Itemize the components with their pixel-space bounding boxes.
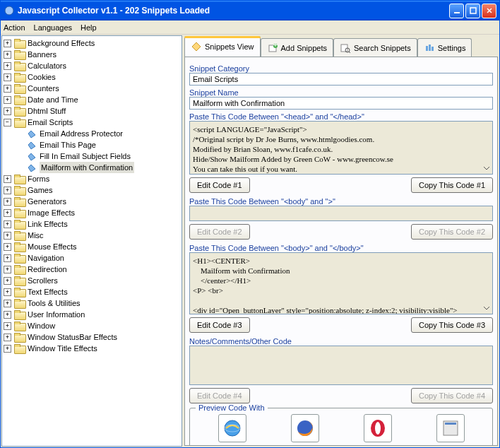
expand-icon[interactable]: + [4, 254, 11, 262]
menu-action[interactable]: Action [4, 23, 25, 32]
expand-icon[interactable]: + [4, 345, 11, 353]
expand-icon[interactable]: + [4, 209, 11, 217]
tree-label: Email Address Protector [40, 128, 123, 139]
tree-item[interactable]: +Cookies [4, 71, 180, 83]
menu-languages[interactable]: Languages [34, 23, 72, 32]
expand-icon[interactable]: + [4, 73, 11, 81]
expand-icon[interactable]: + [4, 243, 11, 251]
code3-buttons: Edit Code #3 Copy This Code #3 [189, 317, 493, 333]
category-field[interactable]: Email Scripts [189, 73, 493, 86]
expand-icon[interactable]: + [4, 266, 11, 273]
tab-settings[interactable]: Settings [417, 38, 472, 57]
tree-label: Mailform with Confirmation [40, 162, 134, 173]
code3-box[interactable]: <H1><CENTER> Mailform with Confirmation … [189, 252, 493, 314]
tree-item[interactable]: +Games [4, 184, 180, 196]
expand-icon[interactable]: + [4, 300, 11, 307]
category-tree[interactable]: +Background Effects+Banners+Calculators+… [1, 35, 182, 447]
tree-item[interactable]: +Forms [4, 173, 180, 184]
tree-item[interactable]: +Scrollers [4, 275, 180, 286]
expand-icon[interactable]: + [4, 232, 11, 240]
tree-item[interactable]: +Image Effects [4, 207, 180, 218]
tree-label: Counters [28, 83, 59, 94]
tree-leaf[interactable]: Mailform with Confirmation [4, 162, 180, 173]
tree-item[interactable]: +Calculators [4, 60, 180, 71]
preview-generic-button[interactable] [436, 414, 465, 442]
tree-item[interactable]: +Background Effects [4, 37, 180, 49]
edit-code-1-button[interactable]: Edit Code #1 [189, 177, 250, 193]
expand-icon[interactable]: + [4, 277, 11, 285]
folder-icon [14, 95, 25, 104]
edit-code-2-button[interactable]: Edit Code #2 [189, 224, 250, 240]
tree-label: Window [28, 320, 55, 331]
expand-icon[interactable]: + [4, 175, 11, 183]
preview-ie-button[interactable] [218, 414, 246, 442]
expand-icon[interactable]: + [4, 107, 11, 115]
minimize-button[interactable] [449, 4, 464, 18]
preview-opera-button[interactable] [364, 414, 392, 442]
expand-icon[interactable]: + [4, 187, 11, 194]
tree-label: Mouse Effects [28, 241, 77, 252]
name-field[interactable]: Mailform with Confirmation [189, 97, 493, 110]
expand-icon[interactable]: + [4, 85, 11, 93]
tree-label: Navigation [28, 252, 64, 264]
tab-search-snippets[interactable]: Search Snippets [333, 38, 417, 57]
svg-rect-1 [454, 12, 460, 13]
expand-icon[interactable]: + [4, 62, 11, 70]
tree-item[interactable]: +Window [4, 320, 180, 331]
code4-box[interactable] [189, 346, 493, 385]
tree-item[interactable]: +Banners [4, 49, 180, 60]
expand-icon[interactable]: + [4, 311, 11, 319]
expand-icon[interactable]: + [4, 322, 11, 330]
close-button[interactable] [482, 4, 496, 18]
tree-leaf[interactable]: Fill In Email Subject Fields [4, 151, 180, 162]
tree-item[interactable]: +Dhtml Stuff [4, 105, 180, 117]
expand-icon[interactable]: + [4, 198, 11, 206]
tree-label: Banners [28, 49, 56, 60]
tree-leaf[interactable]: Email This Page [4, 139, 180, 151]
tree-item[interactable]: +Redirection [4, 264, 180, 275]
tab-snippets-view[interactable]: Snippets View [184, 36, 261, 57]
expand-icon[interactable]: − [4, 119, 11, 126]
tree-label: Image Effects [28, 207, 75, 218]
tree-item[interactable]: +Text Effects [4, 286, 180, 297]
tree-label: Fill In Email Subject Fields [40, 151, 131, 162]
chevron-down-icon[interactable] [482, 164, 491, 172]
tree-label: Text Effects [28, 286, 68, 297]
tree-item[interactable]: +Date and Time [4, 94, 180, 105]
expand-icon[interactable]: + [4, 40, 11, 47]
tree-item[interactable]: +Window Title Effects [4, 343, 180, 354]
chevron-down-icon[interactable] [482, 304, 491, 312]
expand-icon[interactable]: + [4, 96, 11, 104]
tree-label: Email This Page [40, 139, 96, 151]
folder-icon [14, 254, 25, 262]
tree-label: Window StatusBar Effects [28, 331, 117, 343]
expand-icon[interactable]: + [4, 220, 11, 228]
tree-item[interactable]: +User Information [4, 309, 180, 320]
copy-code-2-button[interactable]: Copy This Code #2 [411, 224, 493, 240]
edit-code-4-button[interactable]: Edit Code #4 [189, 388, 250, 403]
code2-box[interactable] [189, 206, 493, 221]
expand-icon[interactable]: + [4, 334, 11, 341]
expand-icon[interactable]: + [4, 288, 11, 296]
preview-firefox-button[interactable] [291, 414, 319, 442]
edit-code-3-button[interactable]: Edit Code #3 [189, 317, 250, 333]
menu-help[interactable]: Help [81, 23, 97, 32]
copy-code-3-button[interactable]: Copy This Code #3 [411, 317, 493, 333]
tab-add-snippets[interactable]: +Add Snippets [261, 38, 333, 57]
tree-item[interactable]: −Email Scripts [4, 117, 180, 128]
tree-item[interactable]: +Window StatusBar Effects [4, 331, 180, 343]
tree-item[interactable]: +Generators [4, 196, 180, 207]
expand-icon[interactable]: + [4, 51, 11, 59]
tree-item[interactable]: +Mouse Effects [4, 241, 180, 252]
tree-item[interactable]: +Tools & Utilities [4, 297, 180, 309]
copy-code-4-button[interactable]: Copy This Code #4 [411, 388, 493, 403]
tree-item[interactable]: +Counters [4, 83, 180, 94]
tree-item[interactable]: +Misc [4, 230, 180, 241]
tree-item[interactable]: +Navigation [4, 252, 180, 264]
copy-code-1-button[interactable]: Copy This Code #1 [411, 177, 493, 193]
code1-box[interactable]: <script LANGUAGE="JavaScript"> /*Origina… [189, 121, 493, 175]
tree-label: Date and Time [28, 94, 78, 105]
tree-item[interactable]: +Link Effects [4, 218, 180, 230]
maximize-button[interactable] [465, 4, 480, 18]
tree-leaf[interactable]: Email Address Protector [4, 128, 180, 139]
